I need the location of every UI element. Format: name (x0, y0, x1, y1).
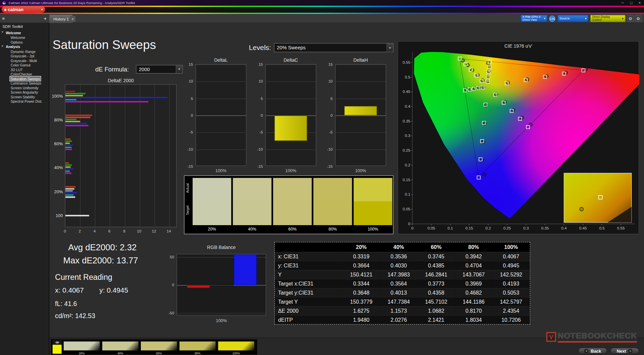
table-row: y: CIE310.36640.40300.43850.47040.4945 (275, 261, 530, 270)
next-arrow-icon: » (628, 349, 633, 353)
sidebar-item-options[interactable]: Options (10, 40, 23, 44)
cie-chart: 000.050.050.10.10.150.150.20.20.250.250.… (398, 50, 640, 235)
cie-chart-title: CIE 1976 u'v' (398, 44, 639, 49)
bar (65, 166, 71, 168)
svg-text:0.5: 0.5 (405, 75, 410, 79)
svg-text:0.1: 0.1 (405, 192, 410, 196)
calman-logo-menu[interactable]: ◆ calman ▾ (2, 6, 45, 13)
cell-value: 147.3983 (380, 270, 418, 279)
bar-red (187, 285, 210, 288)
sidebar-item-grayscale-2pt[interactable]: Grayscale - 2pt (10, 54, 35, 58)
bar (65, 125, 89, 126)
cell-value: 2.4354 (492, 306, 530, 315)
sidebar-item-screen-uniformity[interactable]: Screen Uniformity (10, 86, 39, 90)
cell-value: 0.3648 (342, 288, 380, 297)
svg-text:0.05: 0.05 (428, 226, 435, 230)
rgb-balance-plot-area (177, 254, 266, 316)
sidebar-group-welcome[interactable]: ▾Welcome (0, 31, 49, 36)
sidebar-item-welcome[interactable]: Welcome (10, 35, 26, 40)
settings-gear-button[interactable]: ⚙ (627, 15, 634, 22)
svg-text:0.25: 0.25 (403, 148, 411, 152)
swatch-40 (233, 178, 271, 225)
patch-thumb-label: 100% (218, 352, 255, 355)
sidebar-group-analysis[interactable]: ▾Analysis (0, 44, 49, 49)
gridline (177, 313, 266, 313)
cell-value: 1.6275 (342, 306, 380, 315)
cell-value: 1.0682 (418, 306, 455, 315)
cell-value: 0.4682 (455, 288, 492, 297)
meter-selector-button[interactable]: X-Rite i1Pro 2 Direct View ▾ (520, 15, 547, 22)
row-label: dEITP (275, 315, 342, 324)
app-window: Calman 2022 Calman Ultimate for Business… (0, 0, 644, 355)
source-selector-button[interactable]: Source ▾ (557, 15, 589, 22)
y-tick-label: 10 (320, 79, 333, 83)
swatch-actual (313, 178, 352, 201)
patch-thumb-100[interactable] (218, 341, 255, 351)
notebookcheck-text: NOTEBOOKCHECK (558, 331, 637, 343)
next-button[interactable]: Next » (610, 348, 639, 354)
table-header (275, 242, 342, 252)
cell-value: 145.7102 (418, 297, 455, 306)
x-tick-label: 4 (91, 229, 99, 233)
cell-value: 0.3564 (380, 279, 418, 288)
sidebar-item-colorchecker[interactable]: ColorChecker (10, 72, 33, 76)
bar (65, 118, 76, 120)
sidebar-pin-button[interactable]: ◉ (2, 16, 5, 20)
target-row-label: Target (185, 205, 190, 215)
svg-text:0: 0 (408, 221, 411, 226)
x-tick-label: 14 (165, 229, 173, 233)
tab-history-1[interactable]: History 1 (49, 15, 73, 23)
minimize-button[interactable]: ─ (622, 1, 624, 5)
sidebar-item-grayscale-multi[interactable]: Grayscale - Multi (10, 58, 38, 63)
cell-value: 0.4385 (418, 261, 455, 270)
gridline (196, 133, 246, 133)
x-tick-label: 12 (150, 229, 158, 233)
workflow-settings-button[interactable]: ⚙ (635, 15, 642, 22)
cie-panel: CIE 1976 u'v' 000.050.050.10.10.150.150.… (397, 41, 639, 234)
sidebar-collapse-button[interactable]: ◀ (44, 16, 46, 20)
swatch-label: 40% (233, 227, 271, 231)
bar (65, 95, 83, 96)
meter-count-badge[interactable]: 236 (549, 16, 555, 22)
eye-icon (53, 340, 62, 344)
sidebar-item-screen-angularity[interactable]: Screen Angularity (10, 90, 39, 94)
table-header: 20% (342, 242, 380, 252)
cell-value: 150.4121 (342, 270, 380, 279)
gridline (335, 82, 385, 82)
sidebar-item-color-gamut[interactable]: Color Gamut (10, 63, 31, 67)
display-control-button[interactable]: Direct Display Control ▾ (590, 15, 626, 22)
maximize-button[interactable]: □ (630, 1, 633, 5)
calman-diamond-icon: ◆ (4, 8, 7, 11)
sidebar-title: SDR Toolkit (0, 23, 49, 31)
sidebar-item-dynamic-range[interactable]: Dynamic Range (10, 49, 36, 54)
sidebar-item-saturation-sweeps[interactable]: Saturation Sweeps (10, 77, 41, 81)
swatch-actual (273, 178, 312, 201)
levels-select[interactable]: 20% Sweeps ▾ (274, 43, 393, 52)
patch-thumb-40[interactable] (102, 341, 139, 351)
add-tab-button[interactable]: + (70, 16, 75, 22)
bar (65, 138, 71, 140)
svg-text:0: 0 (411, 226, 414, 230)
de-formula-select[interactable]: 2000 ▾ (136, 65, 183, 73)
sidebar-item-luminance-sweeps[interactable]: Luminance Sweeps (10, 81, 42, 85)
sidebar-item-spectral-power-dist[interactable]: Spectral Power Dist. (10, 99, 43, 103)
sidebar-item-3d-lut[interactable]: 3D LUT (10, 67, 23, 72)
patch-thumb-60[interactable] (141, 341, 177, 351)
de-formula-value: 2000 (137, 66, 176, 72)
cell-value: 0.3344 (342, 279, 380, 288)
svg-text:0.15: 0.15 (466, 226, 473, 230)
group-label: 40% (49, 165, 63, 170)
gridline (335, 149, 385, 150)
back-button[interactable]: « Back (578, 348, 607, 354)
cell-value: 0.3664 (342, 261, 380, 270)
svg-text:0.25: 0.25 (503, 226, 511, 230)
y-tick-label: 5 (181, 96, 193, 100)
patch-thumb-20[interactable] (63, 341, 100, 351)
gridline (266, 82, 316, 82)
close-button[interactable]: × (639, 1, 641, 5)
gridline (335, 133, 385, 133)
y-tick-label: -10 (320, 147, 333, 151)
patch-thumb-80[interactable] (179, 341, 216, 351)
sidebar-item-screen-stability[interactable]: Screen Stability (10, 95, 36, 99)
current-fl: fL: 41.6 (55, 300, 77, 308)
